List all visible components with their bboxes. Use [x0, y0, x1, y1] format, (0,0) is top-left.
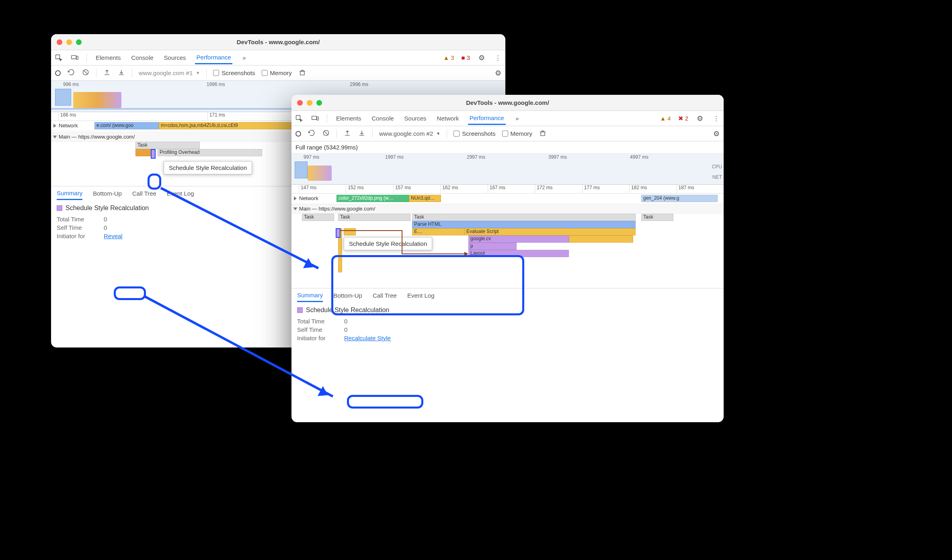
kebab-icon[interactable]: ⋮: [493, 53, 502, 62]
flame-selected[interactable]: [336, 228, 341, 238]
flame-evaluate-script[interactable]: Evaluate Script: [464, 228, 636, 235]
device-icon[interactable]: [70, 53, 79, 62]
upload-icon[interactable]: [103, 68, 111, 78]
flame-task[interactable]: Task: [338, 214, 410, 221]
flame-evaluate[interactable]: E…: [412, 228, 464, 235]
color-swatch: [297, 307, 303, 313]
panel-tabs: Elements Console Sources Performance » ▲…: [51, 50, 505, 65]
network-segment[interactable]: NUn3,qd…: [409, 195, 441, 202]
flame-profiling[interactable]: Profiling Overhead: [158, 149, 262, 156]
tab-sources[interactable]: Sources: [162, 52, 188, 63]
tab-performance[interactable]: Performance: [468, 112, 506, 125]
hover-tooltip: Schedule Style Recalculation: [344, 237, 432, 250]
download-icon[interactable]: [117, 68, 125, 78]
tab-bottom-up[interactable]: Bottom-Up: [93, 188, 122, 199]
more-tabs-icon[interactable]: »: [240, 53, 248, 62]
time-ruler[interactable]: 147 ms152 ms157 ms162 ms167 ms172 ms177 …: [291, 185, 724, 194]
flame-task[interactable]: Task: [302, 214, 334, 221]
warnings-badge[interactable]: ▲ 3: [443, 54, 454, 61]
titlebar[interactable]: DevTools - www.google.com/: [291, 95, 724, 111]
tab-elements[interactable]: Elements: [94, 52, 123, 63]
track-label: Main — https://www.google.com/: [299, 206, 375, 212]
screenshots-checkbox[interactable]: Screenshots: [213, 69, 255, 76]
gear-icon[interactable]: ⚙: [477, 53, 486, 62]
row-label: Initiator for: [57, 233, 95, 239]
window-title: DevTools - www.google.com/: [51, 39, 505, 45]
color-swatch: [57, 205, 62, 211]
collect-garbage-icon[interactable]: [298, 68, 306, 78]
tab-event-log[interactable]: Event Log: [167, 188, 194, 199]
record-button[interactable]: [55, 70, 61, 76]
timeline-overview[interactable]: 997 ms1997 ms2997 ms3997 ms4997 ms CPU N…: [291, 153, 724, 185]
inspect-icon[interactable]: [54, 53, 63, 62]
flame-function[interactable]: p: [468, 243, 517, 250]
hover-tooltip: Schedule Style Recalculation: [164, 161, 252, 174]
row-value: 0: [344, 326, 347, 333]
flame-cell[interactable]: [344, 228, 356, 235]
tab-performance[interactable]: Performance: [195, 51, 233, 64]
flame-task[interactable]: Task: [641, 214, 673, 221]
errors-badge[interactable]: ■ 3: [462, 54, 470, 61]
row-value: 0: [104, 216, 107, 223]
perf-settings-icon[interactable]: ⚙: [495, 69, 501, 78]
reload-icon[interactable]: [67, 68, 75, 78]
collect-garbage-icon[interactable]: [539, 129, 547, 138]
window-title: DevTools - www.google.com/: [291, 99, 724, 106]
titlebar[interactable]: DevTools - www.google.com/: [51, 34, 505, 50]
session-select[interactable]: www.google.com #1 ▼: [139, 69, 200, 76]
annotation-ring: [347, 395, 423, 409]
clear-icon[interactable]: [322, 129, 330, 138]
annotation-ring: [114, 286, 146, 300]
session-select[interactable]: www.google.com #2 ▼: [379, 130, 440, 137]
memory-checkbox[interactable]: Memory: [502, 130, 532, 137]
summary-title: Schedule Style Recalculation: [66, 204, 149, 212]
inspect-icon[interactable]: [295, 114, 304, 123]
kebab-icon[interactable]: ⋮: [712, 114, 720, 123]
warnings-badge[interactable]: ▲ 4: [660, 115, 671, 122]
flame-task[interactable]: Task: [135, 142, 200, 149]
svg-rect-6: [317, 116, 318, 120]
panel-tabs: Elements Console Sources Network Perform…: [291, 111, 724, 126]
tab-summary[interactable]: Summary: [297, 289, 323, 302]
record-button[interactable]: [295, 131, 301, 137]
svg-rect-5: [312, 116, 317, 119]
flame-selected[interactable]: [151, 149, 156, 159]
reveal-link[interactable]: Reveal: [104, 233, 123, 239]
track-label: Main — https://www.google.com/: [59, 134, 135, 140]
cpu-label: CPU: [712, 164, 722, 170]
net-label: NET: [712, 174, 722, 180]
clear-icon[interactable]: [82, 68, 90, 78]
memory-checkbox[interactable]: Memory: [262, 69, 292, 76]
gear-icon[interactable]: ⚙: [696, 114, 704, 123]
row-label: Self Time: [57, 224, 95, 231]
tab-console[interactable]: Console: [370, 112, 396, 124]
flame-task[interactable]: Task: [412, 214, 636, 221]
network-track[interactable]: Network color_272x92dp.png (w… NUn3,qd… …: [291, 194, 724, 204]
main-track-header[interactable]: Main — https://www.google.com/: [291, 204, 724, 214]
perf-settings-icon[interactable]: ⚙: [713, 129, 720, 138]
tab-console[interactable]: Console: [130, 52, 155, 63]
more-tabs-icon[interactable]: »: [513, 114, 522, 123]
screenshots-checkbox[interactable]: Screenshots: [453, 130, 495, 137]
device-icon[interactable]: [311, 114, 320, 123]
network-segment[interactable]: e.com/ (www.goo: [94, 122, 159, 129]
flame-parse-html[interactable]: Parse HTML: [412, 221, 636, 228]
download-icon[interactable]: [358, 129, 366, 138]
network-segment[interactable]: gen_204 (www.g: [641, 195, 718, 202]
tab-sources[interactable]: Sources: [403, 112, 428, 124]
flame-function[interactable]: google.cv: [468, 235, 569, 243]
reload-icon[interactable]: [308, 129, 316, 138]
network-segment[interactable]: color_272x92dp.png (w…: [336, 195, 409, 202]
svg-rect-1: [72, 55, 76, 59]
perf-toolbar: www.google.com #1 ▼ Screenshots Memory ⚙: [51, 65, 505, 81]
track-label: Network: [59, 123, 78, 129]
errors-badge[interactable]: ✖ 2: [678, 115, 688, 122]
tab-network[interactable]: Network: [435, 112, 461, 124]
upload-icon[interactable]: [343, 129, 351, 138]
flame-cell[interactable]: [569, 235, 633, 243]
tab-elements[interactable]: Elements: [334, 112, 363, 124]
row-label: Total Time: [57, 216, 95, 223]
row-label: Self Time: [297, 326, 335, 333]
tab-summary[interactable]: Summary: [57, 187, 82, 200]
recalculate-style-link[interactable]: Recalculate Style: [344, 335, 391, 341]
